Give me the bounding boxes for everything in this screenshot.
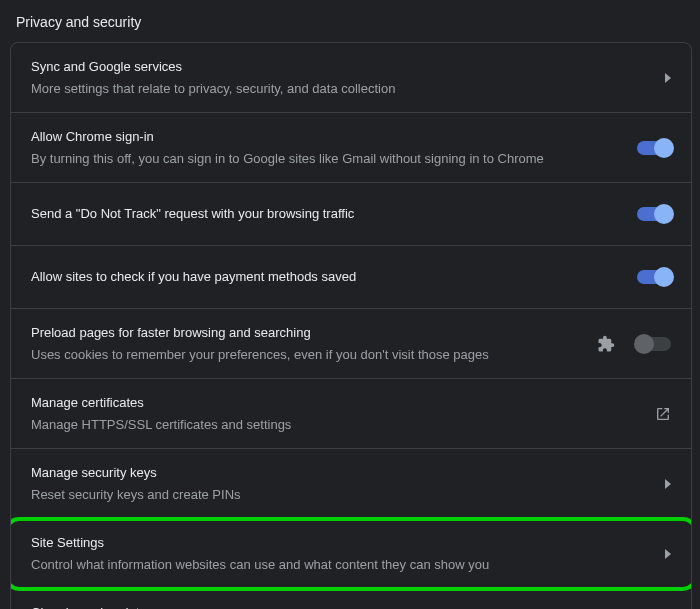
row-do-not-track[interactable]: Send a "Do Not Track" request with your … (11, 183, 691, 246)
row-site-settings[interactable]: Site Settings Control what information w… (11, 519, 691, 589)
row-subtitle: More settings that relate to privacy, se… (31, 79, 653, 99)
chevron-right-icon (665, 73, 671, 83)
open-in-new-icon (655, 406, 671, 422)
toggle-switch[interactable] (637, 270, 671, 284)
row-title: Manage certificates (31, 393, 643, 413)
toggle-switch[interactable] (637, 207, 671, 221)
row-title: Site Settings (31, 533, 653, 553)
row-title: Allow Chrome sign-in (31, 127, 625, 147)
row-allow-chrome-signin[interactable]: Allow Chrome sign-in By turning this off… (11, 113, 691, 183)
row-subtitle: Uses cookies to remember your preference… (31, 345, 585, 365)
extension-icon (597, 335, 615, 353)
row-manage-security-keys[interactable]: Manage security keys Reset security keys… (11, 449, 691, 519)
row-payment-methods[interactable]: Allow sites to check if you have payment… (11, 246, 691, 309)
section-title: Privacy and security (10, 14, 692, 42)
row-subtitle: Control what information websites can us… (31, 555, 653, 575)
row-subtitle: Reset security keys and create PINs (31, 485, 653, 505)
toggle-switch[interactable] (637, 337, 671, 351)
chevron-right-icon (665, 479, 671, 489)
chevron-right-icon (665, 549, 671, 559)
row-title: Manage security keys (31, 463, 653, 483)
row-title: Preload pages for faster browsing and se… (31, 323, 585, 343)
row-title: Send a "Do Not Track" request with your … (31, 204, 625, 224)
settings-card: Sync and Google services More settings t… (10, 42, 692, 609)
row-preload-pages[interactable]: Preload pages for faster browsing and se… (11, 309, 691, 379)
row-title: Allow sites to check if you have payment… (31, 267, 625, 287)
row-sync-google-services[interactable]: Sync and Google services More settings t… (11, 43, 691, 113)
row-title: Clear browsing data (31, 603, 653, 609)
row-subtitle: Manage HTTPS/SSL certificates and settin… (31, 415, 643, 435)
toggle-switch[interactable] (637, 141, 671, 155)
row-title: Sync and Google services (31, 57, 653, 77)
row-subtitle: By turning this off, you can sign in to … (31, 149, 625, 169)
row-manage-certificates[interactable]: Manage certificates Manage HTTPS/SSL cer… (11, 379, 691, 449)
row-clear-browsing-data[interactable]: Clear browsing data Clear history, cooki… (11, 589, 691, 609)
